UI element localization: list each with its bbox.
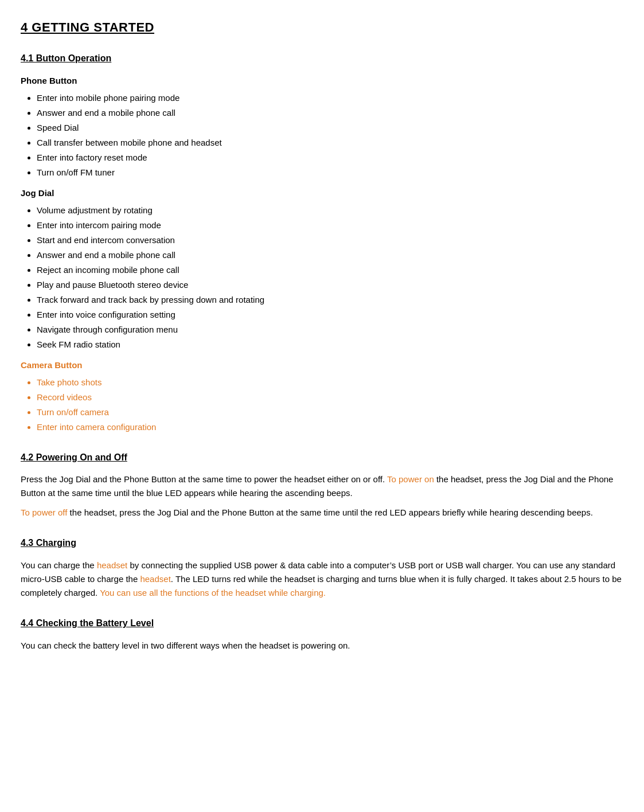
jog-dial-section: Jog Dial Volume adjustment by rotating E… xyxy=(21,186,623,352)
camera-button-section: Camera Button Take photo shots Record vi… xyxy=(21,358,623,434)
phone-button-label: Phone Button xyxy=(21,74,623,88)
list-item: Enter into factory reset mode xyxy=(37,151,623,165)
section-44-para: You can check the battery level in two d… xyxy=(21,639,623,653)
section-41: 4.1 Button Operation Phone Button Enter … xyxy=(21,51,623,434)
jog-dial-label: Jog Dial xyxy=(21,186,623,200)
section-42-para1: Press the Jog Dial and the Phone Button … xyxy=(21,473,623,500)
phone-button-list: Enter into mobile phone pairing mode Ans… xyxy=(21,91,623,179)
list-item: Enter into mobile phone pairing mode xyxy=(37,91,623,105)
power-off-highlight: To power off xyxy=(21,508,67,517)
section-42-title: 4.2 Powering On and Off xyxy=(21,450,623,465)
list-item: Turn on/off FM tuner xyxy=(37,166,623,179)
headset-highlight-1: headset xyxy=(97,560,127,570)
camera-button-list: Take photo shots Record videos Turn on/o… xyxy=(21,376,623,434)
list-item: Navigate through configuration menu xyxy=(37,323,623,337)
headset-highlight-2: headset xyxy=(140,574,170,584)
main-title: 4 GETTING STARTED xyxy=(21,17,623,37)
list-item: Turn on/off camera xyxy=(37,405,623,419)
section-44: 4.4 Checking the Battery Level You can c… xyxy=(21,616,623,653)
list-item: Start and end intercom conversation xyxy=(37,233,623,247)
list-item: Record videos xyxy=(37,391,623,404)
section-43: 4.3 Charging You can charge the headset … xyxy=(21,536,623,600)
list-item: Reject an incoming mobile phone call xyxy=(37,263,623,277)
section-42: 4.2 Powering On and Off Press the Jog Di… xyxy=(21,450,623,520)
section-43-title: 4.3 Charging xyxy=(21,536,623,551)
list-item: Enter into intercom pairing mode xyxy=(37,218,623,232)
section-44-title: 4.4 Checking the Battery Level xyxy=(21,616,623,631)
list-item: Track forward and track back by pressing… xyxy=(37,293,623,307)
jog-dial-list: Volume adjustment by rotating Enter into… xyxy=(21,204,623,352)
camera-button-label: Camera Button xyxy=(21,358,623,372)
section-43-para: You can charge the headset by connecting… xyxy=(21,559,623,600)
list-item: Enter into voice configuration setting xyxy=(37,308,623,322)
section-42-para2: To power off the headset, press the Jog … xyxy=(21,506,623,520)
list-item: Take photo shots xyxy=(37,376,623,389)
charging-functions-highlight: You can use all the functions of the hea… xyxy=(100,588,326,598)
list-item: Speed Dial xyxy=(37,121,623,135)
list-item: Volume adjustment by rotating xyxy=(37,204,623,217)
list-item: Enter into camera configuration xyxy=(37,420,623,434)
list-item: Call transfer between mobile phone and h… xyxy=(37,136,623,150)
list-item: Answer and end a mobile phone call xyxy=(37,106,623,120)
section-41-title: 4.1 Button Operation xyxy=(21,51,623,66)
power-on-highlight: To power on xyxy=(387,474,434,484)
list-item: Seek FM radio station xyxy=(37,338,623,352)
phone-button-section: Phone Button Enter into mobile phone pai… xyxy=(21,74,623,179)
list-item: Answer and end a mobile phone call xyxy=(37,248,623,262)
list-item: Play and pause Bluetooth stereo device xyxy=(37,278,623,292)
